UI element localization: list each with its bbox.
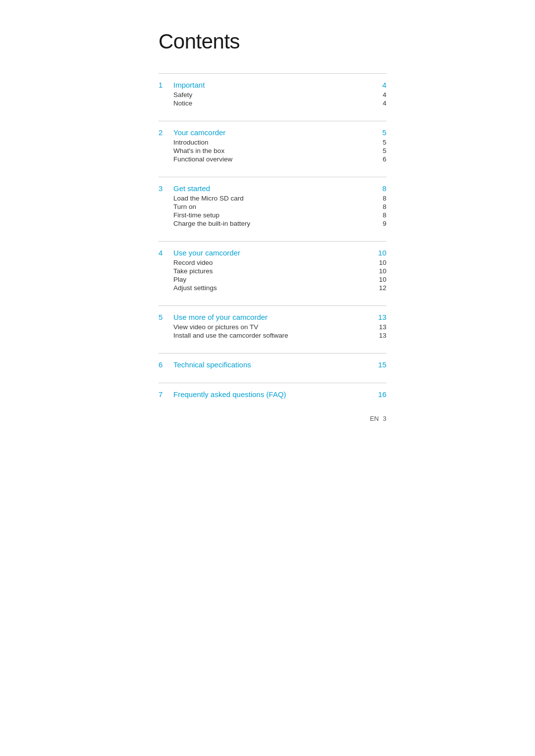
toc-section-3: 3Get started8Load the Micro SD card8Turn… [159, 177, 386, 227]
list-item[interactable]: Introduction5 [173, 139, 386, 146]
section-title-2: Your camcorder [173, 128, 373, 137]
section-page-2: 5 [376, 128, 386, 137]
list-item[interactable]: First-time setup8 [173, 211, 386, 219]
subsection-page-4-3: 12 [376, 284, 386, 292]
footer-page-number: 3 [383, 415, 386, 422]
section-number-6: 6 [159, 360, 170, 369]
subsection-page-4-1: 10 [376, 267, 386, 275]
section-number-7: 7 [159, 390, 170, 399]
subsection-page-3-0: 8 [376, 195, 386, 202]
divider-2 [159, 121, 386, 121]
section-title-3: Get started [173, 184, 373, 193]
section-page-7: 16 [376, 390, 386, 399]
section-header-3[interactable]: 3Get started8 [159, 184, 386, 193]
section-title-7: Frequently asked questions (FAQ) [173, 390, 373, 399]
subsection-title-5-1: Install and use the camcorder software [173, 332, 376, 339]
page-footer: EN 3 [370, 415, 386, 422]
divider-3 [159, 177, 386, 177]
section-title-1: Important [173, 81, 373, 89]
list-item[interactable]: Take pictures10 [173, 267, 386, 275]
toc-section-6: 6Technical specifications15 [159, 353, 386, 369]
subsection-title-1-0: Safety [173, 91, 376, 99]
list-item[interactable]: What's in the box5 [173, 147, 386, 154]
subsection-title-2-1: What's in the box [173, 147, 376, 154]
section-header-2[interactable]: 2Your camcorder5 [159, 128, 386, 137]
subsection-page-5-1: 13 [376, 332, 386, 339]
toc-container: 1Important4Safety4Notice42Your camcorder… [159, 73, 386, 399]
subsection-page-2-1: 5 [376, 147, 386, 154]
section-number-3: 3 [159, 184, 170, 193]
footer-language: EN [370, 415, 379, 422]
toc-section-7: 7Frequently asked questions (FAQ)16 [159, 383, 386, 399]
divider-6 [159, 353, 386, 353]
toc-section-1: 1Important4Safety4Notice4 [159, 73, 386, 107]
subsections-3: Load the Micro SD card8Turn on8First-tim… [173, 195, 386, 227]
section-number-4: 4 [159, 249, 170, 257]
toc-section-2: 2Your camcorder5Introduction5What's in t… [159, 121, 386, 163]
subsection-page-3-2: 8 [376, 211, 386, 219]
list-item[interactable]: Install and use the camcorder software13 [173, 332, 386, 339]
list-item[interactable]: Turn on8 [173, 203, 386, 210]
subsections-2: Introduction5What's in the box5Functiona… [173, 139, 386, 163]
page-title: Contents [159, 30, 386, 53]
section-page-5: 13 [376, 313, 386, 321]
section-page-4: 10 [376, 249, 386, 257]
list-item[interactable]: Record video10 [173, 259, 386, 266]
subsection-title-4-1: Take pictures [173, 267, 376, 275]
subsections-5: View video or pictures on TV13Install an… [173, 323, 386, 339]
list-item[interactable]: View video or pictures on TV13 [173, 323, 386, 331]
subsection-title-4-0: Record video [173, 259, 376, 266]
list-item[interactable]: Functional overview6 [173, 155, 386, 163]
section-page-6: 15 [376, 360, 386, 369]
section-header-4[interactable]: 4Use your camcorder10 [159, 249, 386, 257]
subsection-page-1-1: 4 [376, 100, 386, 107]
toc-section-5: 5Use more of your camcorder13View video … [159, 305, 386, 339]
subsection-title-4-3: Adjust settings [173, 284, 376, 292]
subsection-page-2-2: 6 [376, 155, 386, 163]
subsection-title-4-2: Play [173, 276, 376, 283]
section-header-1[interactable]: 1Important4 [159, 81, 386, 89]
section-page-1: 4 [376, 81, 386, 89]
list-item[interactable]: Play10 [173, 276, 386, 283]
subsection-page-1-0: 4 [376, 91, 386, 99]
section-header-7[interactable]: 7Frequently asked questions (FAQ)16 [159, 390, 386, 399]
subsection-page-4-2: 10 [376, 276, 386, 283]
section-title-6: Technical specifications [173, 360, 373, 369]
subsection-title-3-2: First-time setup [173, 211, 376, 219]
list-item[interactable]: Charge the built-in battery9 [173, 220, 386, 227]
section-title-4: Use your camcorder [173, 249, 373, 257]
section-number-5: 5 [159, 313, 170, 321]
section-page-3: 8 [376, 184, 386, 193]
list-item[interactable]: Notice4 [173, 100, 386, 107]
section-number-2: 2 [159, 128, 170, 137]
subsection-title-3-1: Turn on [173, 203, 376, 210]
subsection-title-2-0: Introduction [173, 139, 376, 146]
divider-4 [159, 241, 386, 242]
subsection-title-5-0: View video or pictures on TV [173, 323, 376, 331]
subsection-page-3-3: 9 [376, 220, 386, 227]
list-item[interactable]: Adjust settings12 [173, 284, 386, 292]
subsection-title-3-0: Load the Micro SD card [173, 195, 376, 202]
subsection-title-3-3: Charge the built-in battery [173, 220, 376, 227]
subsection-page-2-0: 5 [376, 139, 386, 146]
list-item[interactable]: Load the Micro SD card8 [173, 195, 386, 202]
subsection-page-4-0: 10 [376, 259, 386, 266]
section-number-1: 1 [159, 81, 170, 89]
section-header-5[interactable]: 5Use more of your camcorder13 [159, 313, 386, 321]
divider-1 [159, 73, 386, 74]
subsection-page-3-1: 8 [376, 203, 386, 210]
divider-5 [159, 305, 386, 306]
subsections-4: Record video10Take pictures10Play10Adjus… [173, 259, 386, 292]
toc-section-4: 4Use your camcorder10Record video10Take … [159, 241, 386, 292]
section-title-5: Use more of your camcorder [173, 313, 373, 321]
list-item[interactable]: Safety4 [173, 91, 386, 99]
section-header-6[interactable]: 6Technical specifications15 [159, 360, 386, 369]
divider-7 [159, 383, 386, 383]
subsection-page-5-0: 13 [376, 323, 386, 331]
page-container: Contents 1Important4Safety4Notice42Your … [129, 0, 406, 442]
subsection-title-1-1: Notice [173, 100, 376, 107]
subsection-title-2-2: Functional overview [173, 155, 376, 163]
subsections-1: Safety4Notice4 [173, 91, 386, 107]
